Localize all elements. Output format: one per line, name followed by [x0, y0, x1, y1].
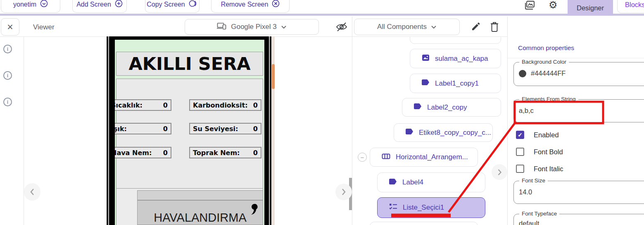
app-screen[interactable]: AKILLI SERA Sıcaklık:0 Karbondioksit:0 I… — [115, 36, 264, 225]
tree-item-partial-bottom[interactable] — [370, 222, 478, 225]
add-screen-button[interactable]: Add Screen — [72, 0, 127, 13]
components-filter-label: All Components — [377, 23, 427, 31]
havalandirma-label: HAVALANDIRMA — [154, 211, 247, 225]
phone-right-bezel — [264, 36, 271, 225]
image-icon — [422, 54, 430, 64]
tree-item-label: Liste_Seçici1 — [403, 203, 444, 212]
sensor-box-isik[interactable]: Işık:0 — [107, 123, 171, 134]
tree-item-label: Label1_copy1 — [435, 79, 479, 88]
screen-menu-label: yonetim — [13, 1, 36, 8]
font-typeface-label: Font Typeface — [519, 211, 559, 217]
enabled-checkbox-row: ✓ Enabled — [516, 131, 559, 139]
sensor-box-toprak-nem[interactable]: Toprak Nem:0 — [189, 147, 261, 158]
close-icon: ✕ — [7, 22, 14, 32]
chevron-down-icon — [281, 23, 287, 31]
font-italic-label: Font Italic — [534, 165, 563, 173]
app-title-label[interactable]: AKILLI SERA — [116, 52, 263, 76]
chevron-left-icon — [30, 188, 35, 196]
app-window: yonetim Add Screen Copy Screen Remove Sc… — [0, 0, 644, 225]
tree-item-label: Horizontal_Arrangem... — [396, 153, 468, 161]
tab-blocks[interactable]: Blocks — [617, 0, 644, 13]
havalandirma-section[interactable]: HAVALANDIRMA — [137, 200, 263, 225]
enabled-label: Enabled — [534, 131, 559, 139]
x-circle-icon — [272, 0, 280, 9]
tree-item-label4[interactable]: Label4 — [377, 172, 485, 192]
tree-item-label: Label2_copy — [427, 103, 467, 112]
tab-designer[interactable]: Designer — [568, 0, 613, 16]
settings-gear-icon[interactable]: ⚙ — [549, 0, 558, 10]
toggle-graphic-icon — [250, 203, 259, 220]
delete-trash-icon[interactable] — [490, 22, 499, 32]
sensor-box-hava-nem[interactable]: Hava Nem:0 — [107, 147, 171, 158]
havalandirma-header-strip[interactable] — [137, 190, 263, 200]
remove-screen-label: Remove Screen — [221, 1, 269, 8]
rail-divider — [24, 36, 24, 225]
enabled-checkbox[interactable]: ✓ — [516, 131, 524, 139]
scroll-left-button[interactable] — [24, 183, 40, 201]
horizontal-arrangement-icon — [382, 153, 390, 161]
font-bold-checkbox[interactable] — [516, 148, 524, 156]
font-italic-checkbox-row: Font Italic — [516, 165, 563, 173]
copy-screen-label: Copy Screen — [147, 1, 185, 8]
scroll-right-button[interactable] — [335, 184, 352, 200]
elements-from-string-input[interactable] — [519, 107, 634, 115]
close-viewer-button[interactable]: ✕ — [1, 18, 19, 36]
tree-item-partial-top[interactable] — [410, 37, 501, 44]
font-typeface-value[interactable]: default — [519, 220, 539, 225]
viewer-title: Viewer — [33, 23, 55, 31]
device-select-dropdown[interactable]: Google Pixel 3 — [185, 19, 319, 35]
font-bold-checkbox-row: Font Bold — [516, 148, 563, 156]
font-size-field: Font Size — [513, 181, 644, 204]
rename-pencil-icon[interactable] — [471, 22, 480, 31]
label-icon — [414, 103, 422, 112]
sensor-box-karbondioksit[interactable]: Karbondioksit:0 — [189, 99, 261, 111]
remove-screen-button[interactable]: Remove Screen — [211, 0, 290, 13]
phone-top-bezel — [107, 36, 271, 40]
info-icon[interactable]: i — [3, 98, 12, 106]
toggle-hidden-components-icon[interactable] — [335, 22, 348, 32]
font-size-label: Font Size — [519, 177, 548, 184]
components-filter-dropdown[interactable]: All Components — [354, 19, 460, 35]
font-typeface-field: Font Typeface default — [513, 214, 644, 225]
chevron-down-circle-icon — [40, 0, 48, 9]
tree-item-sulama-ac-kapa[interactable]: sulama_aç_kapa — [410, 49, 501, 68]
properties-panel: Common properties Background Color #4444… — [508, 17, 644, 225]
tree-item-etiket8-copy[interactable]: Etiket8_copy_copy_c... — [394, 123, 493, 142]
section-divider — [508, 58, 644, 58]
font-italic-checkbox[interactable] — [516, 165, 524, 173]
chevron-down-icon — [431, 23, 437, 31]
color-swatch[interactable] — [519, 70, 526, 77]
info-icon[interactable]: i — [3, 71, 12, 80]
chevron-right-icon — [497, 169, 502, 176]
common-properties-link[interactable]: Common properties — [518, 44, 574, 52]
phone-power-button — [272, 64, 275, 89]
device-icon — [217, 22, 227, 32]
collapse-node-button[interactable]: − — [358, 153, 367, 162]
tab-designer-label: Designer — [577, 4, 604, 12]
background-color-field: Background Color #444444FF — [513, 62, 644, 86]
media-library-icon[interactable] — [524, 0, 535, 10]
tree-item-label1-copy1[interactable]: Label1_copy1 — [410, 74, 501, 93]
font-bold-label: Font Bold — [534, 148, 563, 156]
background-color-label: Background Color — [519, 59, 569, 65]
font-size-input[interactable] — [519, 188, 634, 196]
component-tree-panel: sulama_aç_kapa Label1_copy1 Label2_copy … — [352, 37, 507, 225]
sensor-box-su-seviyesi[interactable]: Su Seviyesi:0 — [189, 123, 261, 134]
info-icon[interactable]: i — [3, 45, 12, 53]
tree-item-liste-secici1[interactable]: Liste_Seçici1 — [377, 197, 485, 218]
tree-item-label: sulama_aç_kapa — [435, 55, 488, 63]
phone-left-bezel — [107, 36, 115, 225]
tree-item-label2-copy[interactable]: Label2_copy — [402, 98, 501, 117]
tree-item-label: Label4 — [402, 178, 423, 187]
label-icon — [406, 128, 413, 137]
tab-blocks-label: Blocks — [625, 1, 644, 9]
copy-screen-button[interactable]: Copy Screen — [145, 0, 200, 13]
background-color-value: #444444FF — [531, 69, 566, 77]
screen-menu-button[interactable]: yonetim — [1, 0, 60, 13]
tree-item-label: Etiket8_copy_copy_c... — [419, 129, 491, 137]
copy-circle-icon — [189, 0, 198, 9]
chevron-right-icon — [341, 188, 346, 196]
tree-item-horizontal-arrangement[interactable]: Horizontal_Arrangem... — [370, 148, 478, 167]
sensor-box-sicaklik[interactable]: Sıcaklık:0 — [107, 99, 171, 111]
tree-expand-button[interactable] — [492, 164, 507, 180]
